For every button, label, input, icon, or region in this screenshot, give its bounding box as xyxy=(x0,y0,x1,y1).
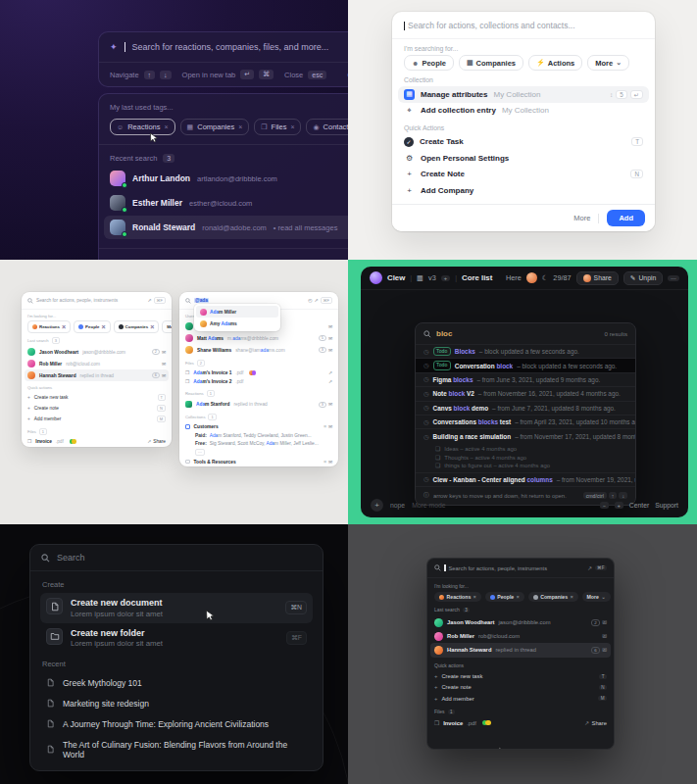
result-row[interactable]: ◷ Building a race simulation – from Nove… xyxy=(416,429,635,443)
result-row[interactable]: ◷ Canvs block demo – from June 7, 2021, … xyxy=(416,401,635,415)
search-bar[interactable]: Search for actions, people, instruments … xyxy=(427,559,614,578)
action-row[interactable]: ⚙ Open Personal Settings xyxy=(398,150,649,167)
suggestion-row-selected[interactable]: Adam Miller xyxy=(196,306,278,318)
action-row[interactable]: +Create new taskT xyxy=(25,392,169,403)
user-row[interactable]: Shane Williams shane@iamadams.com 3✉ xyxy=(182,344,335,356)
search-bar[interactable]: Search xyxy=(30,545,323,571)
checkbox[interactable] xyxy=(185,424,190,429)
person-row-selected[interactable]: Hannah Steward replied in thread 6✉ xyxy=(25,369,169,381)
tag-chip-reactions[interactable]: ☺ Reactions × xyxy=(110,119,175,135)
collection-row[interactable]: Customers ⌗✉ xyxy=(182,422,335,431)
chip-companies[interactable]: Companies× xyxy=(114,320,160,333)
recent-row[interactable]: A Journey Through Time: Exploring Ancien… xyxy=(40,713,313,734)
search-query[interactable]: @ada xyxy=(194,298,209,303)
result-row-group[interactable]: ◷ Building a race simulation – from Nove… xyxy=(416,428,635,471)
more-button[interactable]: More xyxy=(573,214,590,222)
create-folder-row[interactable]: Create new folder Lorem ipsum dolor sit … xyxy=(40,623,313,654)
close-icon[interactable]: × xyxy=(571,594,573,600)
read-all-link[interactable]: • read all messages xyxy=(274,223,338,232)
file-row[interactable]: ❒ Invoice.pdf ↗Share xyxy=(430,717,611,728)
chip-people[interactable]: ☻People xyxy=(404,55,454,71)
close-icon[interactable]: × xyxy=(165,123,169,130)
user-row[interactable]: Matt Adams m.adams@dribbble.com 5✉ xyxy=(182,332,335,344)
share-button[interactable]: Share xyxy=(592,720,607,726)
chip-more[interactable]: More⌄ xyxy=(582,592,611,602)
add-button[interactable]: Add xyxy=(607,210,645,226)
close-icon[interactable]: × xyxy=(101,323,105,330)
search-input[interactable]: Search for reactions, companies, files, … xyxy=(132,42,329,52)
result-row[interactable]: ◷ Conversations blocks test – from April… xyxy=(416,415,635,428)
action-row[interactable]: ✓ Create Task T xyxy=(398,134,649,150)
recent-row[interactable]: The Art of Culinary Fusion: Blending Fla… xyxy=(40,734,313,764)
thread-subrow[interactable]: ❏things to figure out – active 4 months … xyxy=(416,463,635,472)
search-input[interactable]: Search xyxy=(57,553,85,563)
chip-reactions[interactable]: Reactions× xyxy=(434,592,481,602)
person-row[interactable]: Jason Woodheart jason@dribbble.com 2✉ xyxy=(25,346,169,358)
tag-chip-companies[interactable]: ▦ Companies × xyxy=(180,119,250,135)
collection-row-selected[interactable]: ▦ Manage attributes My Collection ↕ 5 ↵ xyxy=(398,86,649,103)
file-row[interactable]: ❒ Adam's Invoice 2.pdf ↗ xyxy=(182,377,335,386)
file-row[interactable]: ❒ Invoice.pdf ↗Share xyxy=(25,437,169,446)
search-input[interactable]: Search for actions, people, instruments xyxy=(449,565,548,571)
reaction-row[interactable]: Adam Stanford replied in thread 3✉ xyxy=(182,399,335,410)
zoom-in-button[interactable]: + xyxy=(615,502,623,509)
person-row[interactable]: Jason Woodheart jason@dribbble.com 2✉ xyxy=(430,615,611,629)
action-row[interactable]: + Add Company xyxy=(398,182,649,199)
search-input[interactable]: Search for actions, collections and cont… xyxy=(408,21,575,30)
result-row[interactable]: ◷ Note block V2 – from November 16, 2021… xyxy=(416,386,635,400)
result-row[interactable]: ◷ Todo Blocks – block updated a few seco… xyxy=(416,344,635,358)
collection-more[interactable]: ⋯ xyxy=(185,447,332,457)
checkbox[interactable] xyxy=(185,460,190,465)
person-row[interactable]: Rob Miller rob@icloud.com ✉ xyxy=(25,358,169,369)
zoom-out-button[interactable]: − xyxy=(600,502,609,509)
add-button[interactable]: + xyxy=(371,499,383,512)
action-row[interactable]: +Add memberM xyxy=(25,414,169,424)
result-row[interactable]: ◷ Figma blocks – from June 3, 2021, upda… xyxy=(416,372,635,386)
chip-reactions[interactable]: Reactions× xyxy=(27,320,71,333)
action-row[interactable]: +Create noteN xyxy=(25,403,169,414)
suggestion-row[interactable]: Amy Adams xyxy=(196,318,278,329)
overflow-menu[interactable]: ⋯ xyxy=(668,275,679,281)
tag-chip-files[interactable]: ❒ Files × xyxy=(254,119,301,135)
create-document-row[interactable]: Create new document Lorem ipsum dolor si… xyxy=(40,593,313,623)
search-bar[interactable]: Search for actions, collections and cont… xyxy=(392,12,655,39)
chip-people[interactable]: People× xyxy=(74,320,111,333)
chip-more[interactable]: More⌄ xyxy=(587,55,629,71)
person-row[interactable]: Arthur Landon artlandon@dribbble.com xyxy=(104,167,348,190)
close-icon[interactable]: × xyxy=(473,594,476,600)
collection-subrow[interactable]: Paid: Adam Stanford, Teddy Cleveland, Ju… xyxy=(185,431,332,439)
person-row-selected[interactable]: Hannah Steward replied in thread 6✉ xyxy=(430,643,611,657)
unpin-button[interactable]: ✎Unpin xyxy=(623,271,663,285)
chip-companies[interactable]: ▦Companies xyxy=(459,55,523,71)
collection-subrow[interactable]: Free: Sig Steward, Scott McCoy, Adam Mil… xyxy=(185,439,332,447)
close-icon[interactable]: × xyxy=(517,594,520,600)
chip-actions[interactable]: ⚡Actions xyxy=(528,55,582,71)
thread-subrow[interactable]: ❏Thoughts – active 4 months ago xyxy=(416,453,635,463)
center-button[interactable]: Center xyxy=(629,502,649,509)
action-row[interactable]: +Create noteN xyxy=(430,682,611,693)
close-icon[interactable]: × xyxy=(62,323,66,330)
chip-people[interactable]: People× xyxy=(485,592,524,602)
collection-row[interactable]: Tools & Resources ⌗✉ xyxy=(182,458,335,466)
recent-row[interactable]: Marketing site redesign xyxy=(40,693,313,713)
close-icon[interactable]: × xyxy=(238,123,242,130)
person-row[interactable]: Esther Miller esther@icloud.com xyxy=(104,191,348,215)
result-row-selected[interactable]: ◷ Todo Conversation block – block update… xyxy=(416,358,635,371)
more-mode-label[interactable]: More mode xyxy=(412,502,445,509)
search-bar[interactable]: Search for actions, people, instruments … xyxy=(22,292,172,310)
action-row[interactable]: +Create new taskT xyxy=(430,671,611,682)
mode-label[interactable]: nope xyxy=(390,502,405,509)
chip-more[interactable]: More⌄ xyxy=(162,320,172,333)
search-query[interactable]: bloc xyxy=(436,329,452,338)
close-icon[interactable]: × xyxy=(150,323,154,330)
action-row[interactable]: +Add memberM xyxy=(430,693,611,704)
chip-companies[interactable]: Companies× xyxy=(528,592,578,602)
add-tab-button[interactable]: + xyxy=(441,275,450,281)
collection-row[interactable]: ⌖ Add collection entry My Collection xyxy=(398,103,649,120)
tag-chip-contacts[interactable]: ◉ Contacts × xyxy=(306,119,348,135)
recent-row[interactable]: Greek Mythology 101 xyxy=(40,672,313,693)
result-row[interactable]: ◷ Clew - Kanban - Center aligned columns… xyxy=(416,472,635,486)
support-button[interactable]: Support xyxy=(655,502,678,509)
share-button[interactable]: Share xyxy=(153,439,166,444)
search-input[interactable]: Search for actions, people, instruments xyxy=(36,298,118,303)
